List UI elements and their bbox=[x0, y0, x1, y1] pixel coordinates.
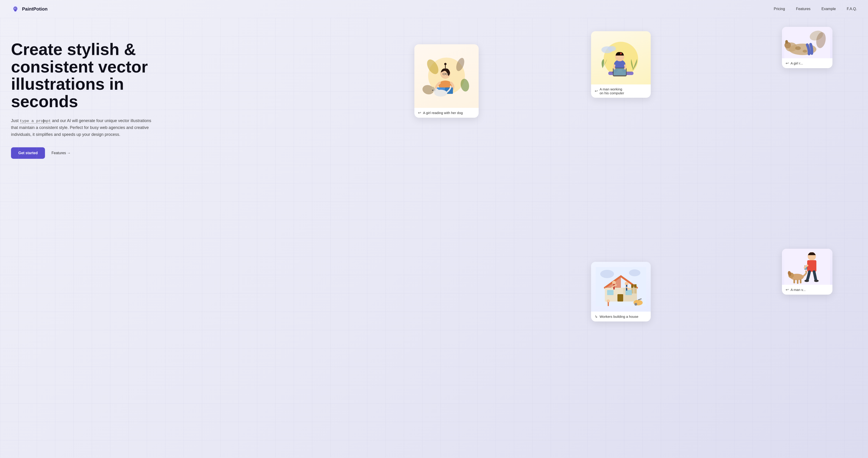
card-workers-image bbox=[591, 262, 651, 312]
card-man-dog-caption: ↩ A man v... bbox=[782, 285, 832, 295]
svg-point-31 bbox=[629, 269, 641, 276]
card-girl-right-label: A girl r... bbox=[790, 61, 803, 65]
card-girl-dog-label: A girl reading with her dog bbox=[423, 111, 463, 115]
svg-point-43 bbox=[634, 303, 637, 306]
card-man-dog-label: A man v... bbox=[790, 288, 806, 292]
svg-point-20 bbox=[432, 90, 433, 91]
card-girl-right-image bbox=[782, 27, 832, 58]
svg-point-30 bbox=[600, 270, 614, 278]
nav-faq[interactable]: F.A.Q. bbox=[847, 7, 857, 11]
svg-point-2 bbox=[14, 8, 16, 9]
logo-text: PaintPotion bbox=[22, 6, 48, 12]
svg-rect-64 bbox=[800, 279, 802, 283]
card-girl-dog-caption: ↩ A girl reading with her dog bbox=[414, 108, 478, 118]
card-man-computer-image bbox=[591, 31, 651, 85]
card-workers-label: Workers building a house bbox=[599, 314, 638, 318]
caption-arrow-icon-5: ↩ bbox=[786, 287, 788, 292]
card-workers: ↳ Workers building a house bbox=[591, 262, 651, 322]
caption-arrow-icon: ↩ bbox=[418, 111, 421, 115]
nav-pricing[interactable]: Pricing bbox=[774, 7, 785, 11]
logo[interactable]: PaintPotion bbox=[11, 5, 48, 13]
card-man-computer-caption: ↩ A man workingon his computer bbox=[591, 85, 651, 98]
card-man-dog-right: ↩ A man v... bbox=[782, 249, 832, 295]
card-girl-right-caption: ↩ A girl r... bbox=[782, 58, 832, 68]
illustration-area: ↩ A girl reading with her dog bbox=[391, 18, 868, 458]
svg-point-10 bbox=[444, 63, 446, 65]
nav-example[interactable]: Example bbox=[822, 7, 836, 11]
svg-point-1 bbox=[14, 10, 17, 11]
svg-rect-38 bbox=[625, 290, 632, 295]
card-man-computer: ↩ A man workingon his computer bbox=[591, 31, 651, 98]
svg-point-58 bbox=[814, 280, 819, 282]
card-girl-right: ↩ A girl r... bbox=[782, 27, 832, 68]
svg-point-57 bbox=[804, 280, 809, 282]
card-workers-caption: ↳ Workers building a house bbox=[591, 312, 651, 322]
logo-icon bbox=[11, 5, 20, 13]
navbar: PaintPotion Pricing Features Example F.A… bbox=[0, 0, 868, 18]
card-girl-dog: ↩ A girl reading with her dog bbox=[414, 44, 478, 118]
svg-rect-54 bbox=[807, 260, 816, 272]
card-man-computer-label: A man workingon his computer bbox=[599, 87, 624, 95]
svg-point-23 bbox=[608, 46, 616, 52]
nav-links: Pricing Features Example F.A.Q. bbox=[774, 7, 857, 11]
svg-point-50 bbox=[795, 47, 801, 50]
svg-point-51 bbox=[803, 50, 807, 53]
svg-rect-36 bbox=[617, 294, 623, 302]
card-girl-dog-image bbox=[414, 44, 478, 108]
nav-features[interactable]: Features bbox=[796, 7, 810, 11]
svg-rect-37 bbox=[607, 290, 614, 295]
card-man-dog-right-image bbox=[782, 249, 832, 285]
hero-section: Create stylish & consistent vector illus… bbox=[0, 18, 868, 458]
caption-arrow-icon-4: ↩ bbox=[786, 61, 788, 65]
caption-arrow-icon-3: ↳ bbox=[595, 314, 598, 319]
cards-container: ↩ A girl reading with her dog bbox=[391, 23, 868, 458]
svg-rect-63 bbox=[797, 280, 799, 284]
svg-rect-28 bbox=[614, 68, 626, 75]
caption-arrow-icon-2: ↩ bbox=[595, 89, 598, 93]
svg-rect-62 bbox=[794, 279, 795, 283]
